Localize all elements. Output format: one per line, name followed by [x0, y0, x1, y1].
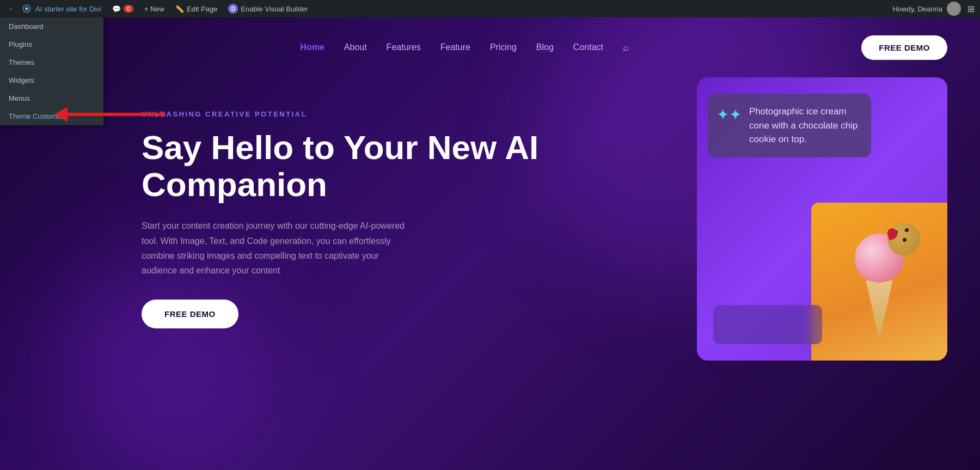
nav-links: Home About Features Feature Pricing Blog… — [300, 42, 629, 53]
nav-link-contact[interactable]: Contact — [573, 42, 603, 52]
comments-button[interactable]: 💬 0 — [108, 0, 138, 17]
admin-bar-right: Howdy, Deanna ⊞ — [892, 2, 975, 16]
bottom-blur-card — [713, 305, 822, 344]
edit-icon: ✏️ — [175, 5, 184, 13]
cone-body — [860, 280, 898, 340]
red-arrow-indicator — [54, 107, 166, 122]
hero-subtitle: UNLEASHING CREATIVE POTENTIAL — [142, 110, 653, 118]
hero-text: UNLEASHING CREATIVE POTENTIAL Say Hello … — [142, 88, 653, 328]
nav-demo-button[interactable]: FREE DEMO — [861, 35, 947, 60]
nav-link-features[interactable]: Features — [387, 42, 421, 52]
hero-title: Say Hello to Your New AI Companion — [142, 129, 653, 203]
avatar[interactable] — [947, 2, 961, 16]
dropdown-item-widgets[interactable]: Widgets — [0, 71, 103, 89]
dropdown-item-menus[interactable]: Menus — [0, 89, 103, 107]
ice-cream-illustration — [855, 234, 904, 340]
hero-cta-button[interactable]: FREE DEMO — [142, 300, 238, 328]
sparkle-icon: ✦✦ — [716, 106, 742, 124]
hero-body: Start your content creation journey with… — [142, 218, 414, 278]
dropdown-item-plugins[interactable]: Plugins — [0, 35, 103, 53]
nav-link-about[interactable]: About — [344, 42, 367, 52]
new-button[interactable]: + New — [140, 0, 169, 17]
bubble-text: Photographic ice cream cone with a choco… — [749, 105, 860, 147]
nav-link-feature[interactable]: Feature — [440, 42, 470, 52]
howdy-text: Howdy, Deanna — [892, 5, 942, 13]
divi-icon: D — [228, 4, 238, 14]
svg-text:W: W — [10, 8, 11, 9]
edit-page-button[interactable]: ✏️ Edit Page — [171, 0, 222, 17]
admin-bar: W AI starter site for Divi 💬 0 + New ✏️ … — [0, 0, 980, 17]
arrow-head — [54, 107, 68, 122]
main-nav: D Home About Features Feature Pricing Bl… — [0, 17, 980, 77]
enable-visual-builder-button[interactable]: D Enable Visual Builder — [224, 0, 312, 17]
site-title[interactable]: AI starter site for Divi — [19, 0, 106, 17]
comment-count: 0 — [124, 5, 133, 13]
comment-icon: 💬 — [112, 5, 121, 13]
nav-link-home[interactable]: Home — [300, 42, 324, 52]
arrow-shaft — [68, 113, 166, 116]
dropdown-item-themes[interactable]: Themes — [0, 53, 103, 71]
svg-point-3 — [25, 7, 28, 10]
search-icon[interactable]: ⌕ — [623, 42, 629, 53]
nav-link-pricing[interactable]: Pricing — [490, 42, 517, 52]
ice-cream-image — [811, 203, 947, 361]
hero-image-section: ✦✦ Photographic ice cream cone with a ch… — [697, 77, 947, 361]
dropdown-item-dashboard[interactable]: Dashboard — [0, 17, 103, 35]
screen-options[interactable]: ⊞ — [967, 4, 975, 14]
scoop-area — [855, 234, 904, 283]
wp-logo[interactable]: W — [5, 3, 16, 14]
speech-bubble: ✦✦ Photographic ice cream cone with a ch… — [708, 94, 871, 157]
website-preview: D Home About Features Feature Pricing Bl… — [0, 17, 980, 470]
hero-card: ✦✦ Photographic ice cream cone with a ch… — [697, 77, 947, 361]
nav-link-blog[interactable]: Blog — [536, 42, 554, 52]
